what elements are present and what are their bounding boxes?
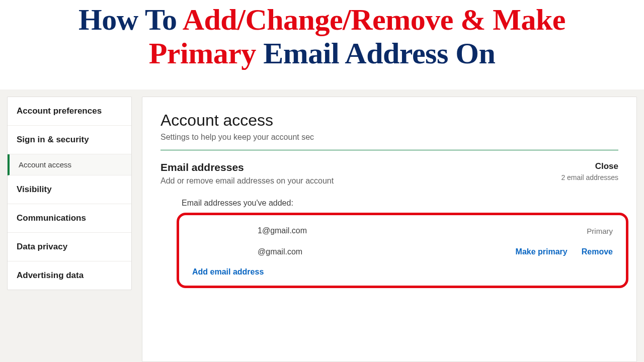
section-title: Email addresses xyxy=(160,161,334,173)
sidebar-item-sign-in-security[interactable]: Sign in & security xyxy=(8,126,131,154)
settings-page: Account preferences Sign in & security A… xyxy=(0,89,644,362)
close-button[interactable]: Close xyxy=(561,161,618,171)
title-part: How To xyxy=(78,3,183,36)
email-list-label: Email addresses you've added: xyxy=(182,199,618,208)
email-address: @gmail.com xyxy=(192,247,502,256)
highlight-box: 1@gmail.com Primary @gmail.com Make prim… xyxy=(177,213,628,288)
section-desc: Add or remove email addresses on your ac… xyxy=(160,176,334,186)
page-subtitle: Settings to help you keep your account s… xyxy=(160,133,618,150)
page-title: Account access xyxy=(160,111,618,130)
email-address: 1@gmail.com xyxy=(192,226,587,235)
make-primary-button[interactable]: Make primary xyxy=(516,247,568,256)
title-part: Add/Change/Remove & Make xyxy=(183,3,566,36)
sidebar-item-communications[interactable]: Communications xyxy=(8,204,131,233)
email-count: 2 email addresses xyxy=(561,173,618,182)
hero-title: How To Add/Change/Remove & Make Primary … xyxy=(0,3,644,70)
title-part: Email Address On xyxy=(263,37,495,70)
sidebar-item-account-preferences[interactable]: Account preferences xyxy=(8,97,131,126)
primary-tag: Primary xyxy=(587,227,613,235)
remove-button[interactable]: Remove xyxy=(582,247,613,256)
sidebar-item-data-privacy[interactable]: Data privacy xyxy=(8,233,131,261)
email-addresses-section: Email addresses Add or remove email addr… xyxy=(160,161,618,288)
sidebar-item-advertising-data[interactable]: Advertising data xyxy=(8,261,131,290)
email-row: 1@gmail.com Primary xyxy=(189,220,616,241)
sidebar-item-visibility[interactable]: Visibility xyxy=(8,175,131,204)
sidebar-item-account-access[interactable]: Account access xyxy=(8,154,131,175)
email-row: @gmail.com Make primary Remove xyxy=(189,241,616,262)
sidebar: Account preferences Sign in & security A… xyxy=(7,97,132,290)
main-panel: Account access Settings to help you keep… xyxy=(142,97,637,362)
title-part: Primary xyxy=(149,37,264,70)
add-email-button[interactable]: Add email address xyxy=(189,262,616,279)
